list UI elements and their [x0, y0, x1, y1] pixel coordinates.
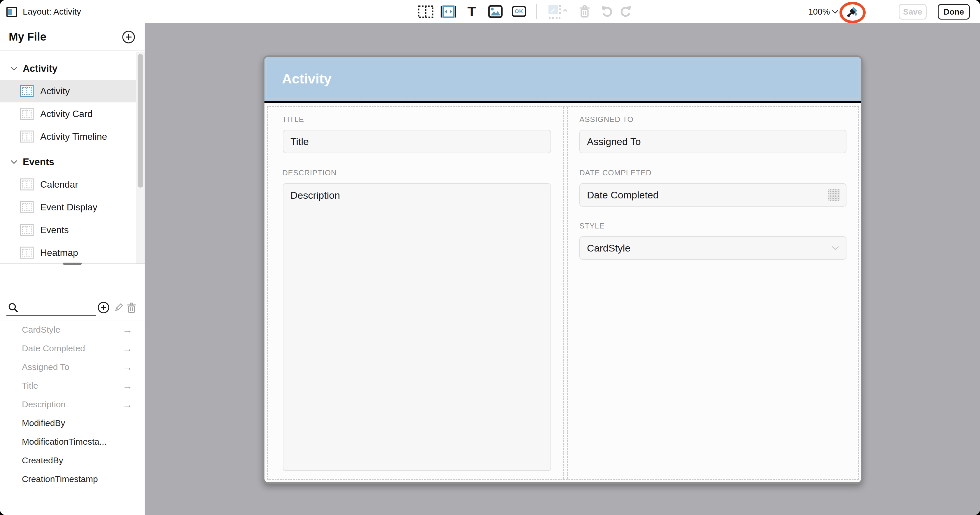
chevron-down-icon [11, 67, 18, 71]
layout-title: Layout: Activity [23, 0, 81, 23]
field-item-assigned-to[interactable]: Assigned To → [0, 358, 145, 376]
field-list: CardStyle → Date Completed → Assigned To… [0, 320, 145, 488]
layout-canvas[interactable]: Activity TITLE Title DESCRIPTION Descrip… [145, 23, 980, 515]
sidebar-scrollbar[interactable] [136, 52, 145, 263]
button-tool-button[interactable]: OK [512, 6, 526, 17]
title-field-label: TITLE [282, 115, 304, 124]
sidebar-item-events[interactable]: Events [0, 218, 137, 241]
trash-icon [127, 302, 137, 314]
paintbrush-icon [846, 5, 859, 19]
card-header[interactable]: Activity [264, 57, 861, 100]
add-layout-button[interactable] [122, 30, 135, 44]
description-field[interactable]: Description [283, 183, 551, 471]
field-item-modificationtimestamp[interactable]: ModificationTimesta... [0, 432, 145, 451]
arrow-right-icon[interactable]: → [123, 380, 132, 392]
arrow-right-icon[interactable]: → [123, 362, 132, 373]
image-tool-button[interactable] [488, 5, 503, 18]
arrow-right-icon[interactable]: → [123, 324, 132, 336]
tree-section-events[interactable]: Events [0, 151, 145, 173]
plus-circle-icon [122, 30, 135, 44]
layout-item-icon [20, 247, 34, 259]
field-item-title[interactable]: Title → [0, 376, 145, 395]
sidebar-item-activity-timeline[interactable]: Activity Timeline [0, 125, 137, 148]
plus-circle-icon [97, 301, 110, 314]
app-window: Layout: Activity T [0, 0, 980, 515]
pencil-icon [113, 303, 124, 313]
sidebar-item-event-display[interactable]: Event Display [0, 196, 137, 218]
delete-field-button[interactable] [127, 302, 137, 314]
width-tool-icon [441, 5, 456, 18]
layout-tree: Activity Activity Activity Card [0, 51, 145, 263]
field-item-description[interactable]: Description → [0, 395, 145, 414]
field-item-date-completed[interactable]: Date Completed → [0, 339, 145, 358]
layout-item-icon [20, 85, 34, 97]
style-tool-button-disabled[interactable] [547, 4, 568, 19]
sidebar-header: My File [0, 23, 145, 51]
text-tool-icon: T [468, 2, 476, 21]
layout-item-icon [20, 108, 34, 120]
resize-handle[interactable] [63, 263, 82, 265]
toolbar-separator [871, 4, 871, 19]
sidebar-item-activity[interactable]: Activity [0, 80, 137, 102]
field-tool-button[interactable] [418, 5, 434, 18]
image-tool-icon [488, 5, 503, 18]
fields-panel: CardStyle → Date Completed → Assigned To… [0, 287, 145, 515]
column-divider-dashed [567, 107, 568, 479]
field-search-input[interactable] [6, 300, 96, 316]
sidebar-item-heatmap[interactable]: Heatmap [0, 241, 137, 263]
description-field-label: DESCRIPTION [282, 168, 336, 177]
date-completed-field[interactable]: Date Completed [579, 183, 846, 207]
button-tool-icon: OK [512, 6, 526, 17]
tree-section-activity[interactable]: Activity [0, 57, 145, 80]
calendar-icon [828, 189, 840, 201]
chevron-down-icon [831, 246, 840, 250]
field-item-creationtimestamp[interactable]: CreationTimestamp [0, 470, 145, 488]
layout-item-icon [20, 178, 34, 191]
zoom-level: 100% [808, 7, 830, 17]
selection-dashed-outline [266, 59, 859, 99]
save-button[interactable]: Save [899, 4, 927, 19]
arrow-right-icon[interactable]: → [123, 399, 132, 410]
column-divider-dashed [563, 107, 564, 479]
zoom-control[interactable]: 100% [808, 0, 838, 23]
layout-item-icon [20, 224, 34, 236]
chevron-down-icon [11, 160, 18, 164]
delete-button-disabled[interactable] [579, 5, 590, 18]
header-divider-bar [264, 100, 861, 103]
field-item-cardstyle[interactable]: CardStyle → [0, 320, 145, 339]
sidebar-item-activity-card[interactable]: Activity Card [0, 102, 137, 125]
arrow-right-icon[interactable]: → [123, 343, 132, 354]
sidebar: My File Activity [0, 23, 145, 515]
edit-field-button[interactable] [113, 303, 124, 313]
undo-button-disabled[interactable] [601, 6, 613, 18]
sidebar-item-calendar[interactable]: Calendar [0, 173, 137, 196]
field-item-modifiedby[interactable]: ModifiedBy [0, 414, 145, 432]
field-tool-icon [418, 5, 434, 18]
chevron-down-icon [832, 10, 838, 14]
redo-button-disabled[interactable] [620, 6, 632, 18]
style-dropdown[interactable]: CardStyle [579, 236, 846, 260]
scrollbar-thumb[interactable] [138, 54, 143, 188]
add-field-button[interactable] [97, 301, 110, 314]
file-name: My File [9, 23, 46, 51]
layout-item-icon [20, 131, 34, 143]
field-item-createdby[interactable]: CreatedBy [0, 451, 145, 470]
assigned-to-field-label: ASSIGNED TO [579, 115, 633, 124]
title-field[interactable]: Title [283, 130, 551, 153]
width-tool-button[interactable] [441, 5, 456, 18]
card-title: Activity [282, 57, 331, 100]
panel-resize-divider[interactable] [0, 263, 145, 264]
format-painter-button[interactable] [846, 5, 859, 19]
toolbar: Layout: Activity T [0, 0, 980, 23]
layout-item-icon [20, 201, 34, 213]
assigned-to-field[interactable]: Assigned To [579, 130, 846, 153]
redo-icon [620, 6, 632, 18]
text-tool-button[interactable]: T [468, 2, 476, 21]
style-tool-icon [547, 4, 568, 19]
undo-icon [601, 6, 613, 18]
activity-card-layout[interactable]: Activity TITLE Title DESCRIPTION Descrip… [263, 56, 862, 484]
date-completed-field-label: DATE COMPLETED [579, 168, 652, 177]
done-button[interactable]: Done [938, 4, 970, 19]
style-field-label: STYLE [579, 222, 605, 231]
trash-icon [579, 5, 590, 18]
